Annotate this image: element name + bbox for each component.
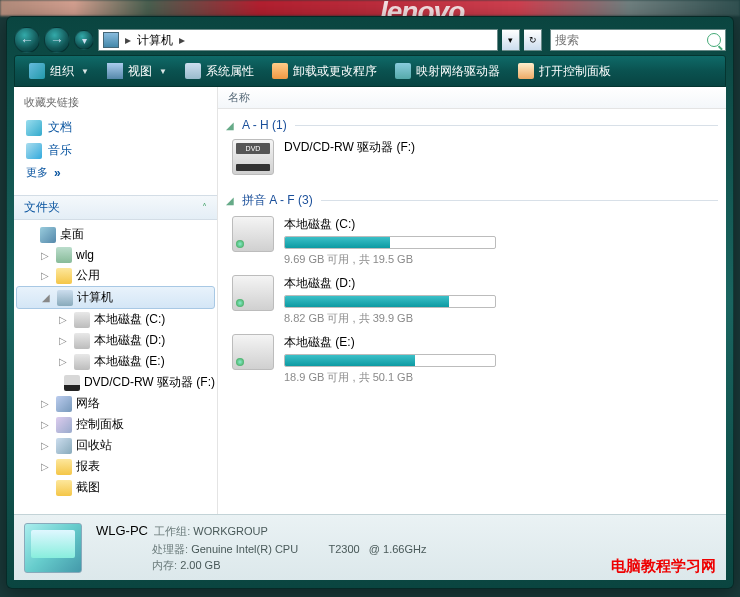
user-icon <box>56 247 72 263</box>
cpanel-icon <box>56 417 72 433</box>
titlebar: ← → ▾ ▸ 计算机 ▸ ▾ ↻ 搜索 <box>14 25 726 55</box>
watermark: 电脑教程学习网 <box>611 557 716 576</box>
tree-public[interactable]: ▷公用 <box>16 265 215 286</box>
breadcrumb-computer[interactable]: 计算机 <box>133 32 177 49</box>
cpanel-button[interactable]: 打开控制面板 <box>510 60 619 83</box>
caret-up-icon: ˄ <box>202 202 207 213</box>
computer-icon <box>103 32 119 48</box>
folder-icon <box>56 480 72 496</box>
docs-icon <box>26 120 42 136</box>
address-dropdown[interactable]: ▾ <box>502 29 520 51</box>
folder-icon <box>56 268 72 284</box>
drive-item[interactable]: 本地磁盘 (C:)9.69 GB 可用 , 共 19.5 GB <box>230 212 498 271</box>
collapse-icon: ◢ <box>226 120 234 131</box>
sysprop-button[interactable]: 系统属性 <box>177 60 262 83</box>
tree-recycle[interactable]: ▷回收站 <box>16 435 215 456</box>
favlink-docs[interactable]: 文档 <box>24 116 207 139</box>
tree-baobiao[interactable]: ▷报表 <box>16 456 215 477</box>
capacity-bar <box>284 354 496 367</box>
back-button[interactable]: ← <box>14 27 40 53</box>
tree-disk-e[interactable]: ▷本地磁盘 (E:) <box>16 351 215 372</box>
window-frame: ← → ▾ ▸ 计算机 ▸ ▾ ↻ 搜索 组织▼ 视图▼ 系统属性 卸载或更改程… <box>6 16 734 589</box>
views-button[interactable]: 视图▼ <box>99 60 175 83</box>
favlink-music[interactable]: 音乐 <box>24 139 207 162</box>
organize-button[interactable]: 组织▼ <box>21 60 97 83</box>
uninstall-button[interactable]: 卸载或更改程序 <box>264 60 385 83</box>
netdrive-button[interactable]: 映射网络驱动器 <box>387 60 508 83</box>
music-icon <box>26 143 42 159</box>
organize-icon <box>29 63 45 79</box>
computer-icon <box>57 290 73 306</box>
tree-disk-d[interactable]: ▷本地磁盘 (D:) <box>16 330 215 351</box>
details-name: WLG-PC <box>96 523 148 538</box>
details-pane: WLG-PC 工作组: WORKGROUP 处理器: Genuine Intel… <box>14 514 726 580</box>
drive-item[interactable]: 本地磁盘 (E:)18.9 GB 可用 , 共 50.1 GB <box>230 330 498 389</box>
disk-icon <box>74 333 90 349</box>
favlinks-header: 收藏夹链接 <box>24 95 207 110</box>
cpanel-icon <box>518 63 534 79</box>
disk-icon <box>74 354 90 370</box>
tree-user[interactable]: ▷wlg <box>16 245 215 265</box>
column-header-name[interactable]: 名称 <box>218 87 726 109</box>
forward-button[interactable]: → <box>44 27 70 53</box>
views-icon <box>107 63 123 79</box>
hdd-icon <box>232 275 274 311</box>
group-header-pinyin[interactable]: ◢拼音 A - F (3) <box>226 189 718 212</box>
properties-icon <box>185 63 201 79</box>
chevron-right-icon[interactable]: ▸ <box>123 33 133 47</box>
drive-dvd[interactable]: DVD/CD-RW 驱动器 (F:) <box>230 135 498 179</box>
refresh-button[interactable]: ↻ <box>524 29 542 51</box>
recycle-icon <box>56 438 72 454</box>
search-input[interactable]: 搜索 <box>550 29 726 51</box>
address-bar[interactable]: ▸ 计算机 ▸ <box>98 29 498 51</box>
tree-network[interactable]: ▷网络 <box>16 393 215 414</box>
tree-disk-c[interactable]: ▷本地磁盘 (C:) <box>16 309 215 330</box>
search-icon <box>707 33 721 47</box>
history-dropdown[interactable]: ▾ <box>74 30 94 50</box>
search-placeholder: 搜索 <box>555 32 579 49</box>
tree-desktop[interactable]: 桌面 <box>16 224 215 245</box>
collapse-icon: ◢ <box>226 195 234 206</box>
netdrive-icon <box>395 63 411 79</box>
capacity-bar <box>284 236 496 249</box>
desktop-icon <box>40 227 56 243</box>
hdd-icon <box>232 334 274 370</box>
computer-large-icon <box>24 523 82 573</box>
hdd-icon <box>232 216 274 252</box>
chevron-right-icon[interactable]: ▸ <box>177 33 187 47</box>
content-area: ◢A - H (1) DVD/CD-RW 驱动器 (F:) ◢拼音 A - F … <box>218 109 726 514</box>
chevron-right-icon: » <box>54 166 61 180</box>
dvd-icon <box>64 375 80 391</box>
disk-icon <box>74 312 90 328</box>
uninstall-icon <box>272 63 288 79</box>
folders-header[interactable]: 文件夹˄ <box>14 195 217 220</box>
tree-dvd[interactable]: DVD/CD-RW 驱动器 (F:) <box>16 372 215 393</box>
group-header-ah[interactable]: ◢A - H (1) <box>226 115 718 135</box>
tree-cpanel[interactable]: ▷控制面板 <box>16 414 215 435</box>
favlink-more[interactable]: 更多» <box>24 162 207 183</box>
drive-item[interactable]: 本地磁盘 (D:)8.82 GB 可用 , 共 39.9 GB <box>230 271 498 330</box>
capacity-bar <box>284 295 496 308</box>
dvd-drive-icon <box>232 139 274 175</box>
favorite-links: 收藏夹链接 文档 音乐 更多» <box>14 87 217 187</box>
folder-tree: 桌面 ▷wlg ▷公用 ◢计算机 ▷本地磁盘 (C:) ▷本地磁盘 (D:) ▷… <box>14 220 217 514</box>
folder-icon <box>56 459 72 475</box>
command-bar: 组织▼ 视图▼ 系统属性 卸载或更改程序 映射网络驱动器 打开控制面板 <box>14 55 726 87</box>
network-icon <box>56 396 72 412</box>
tree-jietu[interactable]: 截图 <box>16 477 215 498</box>
tree-computer[interactable]: ◢计算机 <box>16 286 215 309</box>
